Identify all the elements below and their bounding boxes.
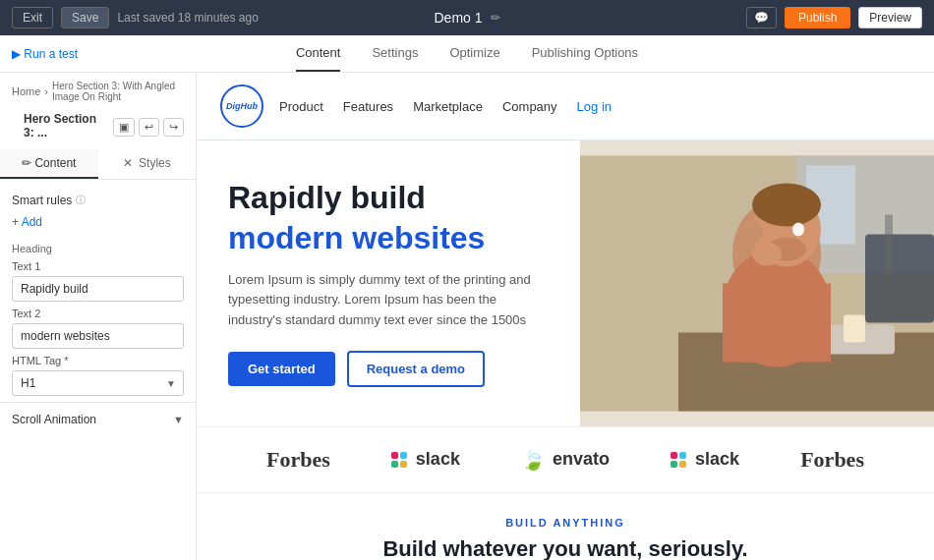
- main-tabs: Content Settings Optimize Publishing Opt…: [296, 35, 638, 72]
- redo-button[interactable]: ↪: [163, 118, 184, 137]
- tab-content[interactable]: Content: [296, 35, 341, 72]
- tab-optimize[interactable]: Optimize: [449, 35, 499, 72]
- hero-section: Rapidly build modern websites Lorem Ipsu…: [197, 140, 934, 426]
- left-panel: Home › Hero Section 3: With Angled Image…: [0, 73, 197, 560]
- comment-button[interactable]: 💬: [746, 7, 777, 28]
- nav-marketplace[interactable]: Marketplace: [413, 99, 483, 114]
- svg-point-11: [752, 183, 821, 226]
- site-nav: DigHub Product Features Marketplace Comp…: [197, 73, 934, 140]
- hero-left: Rapidly build modern websites Lorem Ipsu…: [197, 140, 580, 426]
- slack-grid-icon-2: [671, 452, 686, 468]
- breadcrumb-section: Hero Section 3: With Angled Image On Rig…: [52, 81, 184, 102]
- text1-label: Text 1: [12, 260, 184, 272]
- html-tag-select[interactable]: H1H2H3: [12, 370, 184, 396]
- text1-input[interactable]: [12, 276, 184, 302]
- logos-section: Forbes slack 🍃envato: [197, 426, 934, 492]
- html-tag-select-wrap: H1H2H3 ▼: [12, 370, 184, 396]
- svg-rect-18: [844, 314, 865, 342]
- request-demo-button[interactable]: Request a demo: [347, 351, 485, 387]
- logo-envato: 🍃envato: [521, 448, 610, 472]
- tab-styles-panel[interactable]: ✕ Styles: [98, 149, 197, 179]
- svg-rect-17: [885, 214, 893, 273]
- second-bar: ▶ Run a test Content Settings Optimize P…: [0, 35, 934, 73]
- top-bar-left: Exit Save Last saved 18 minutes ago: [12, 7, 259, 28]
- build-section: BUILD ANYTHING Build whatever you want, …: [197, 492, 934, 560]
- nav-login[interactable]: Log in: [577, 99, 612, 114]
- svg-rect-16: [728, 303, 767, 362]
- section-title: Hero Section 3: ...: [12, 108, 113, 145]
- preview-button[interactable]: Preview: [858, 7, 922, 28]
- text2-input[interactable]: [12, 323, 184, 349]
- scroll-anim-label: Scroll Animation: [12, 413, 96, 426]
- nav-features[interactable]: Features: [343, 99, 393, 114]
- text2-label: Text 2: [12, 308, 184, 319]
- site-logo: DigHub: [220, 84, 263, 128]
- build-tag: BUILD ANYTHING: [236, 517, 895, 529]
- publish-button[interactable]: Publish: [785, 7, 850, 28]
- saved-text: Last saved 18 minutes ago: [117, 11, 258, 25]
- right-content: DigHub Product Features Marketplace Comp…: [197, 73, 934, 560]
- svg-rect-6: [865, 234, 934, 322]
- top-bar-center: Demo 1 ✏: [434, 10, 499, 26]
- logo-slack-2: slack: [671, 449, 739, 470]
- hero-buttons: Get started Request a demo: [228, 351, 549, 387]
- scroll-animation-section[interactable]: Scroll Animation ▼: [0, 402, 196, 436]
- smart-rules: Smart rules ⓘ: [0, 188, 196, 213]
- content-style-tabs: ✏ Content ✕ Styles: [0, 149, 196, 180]
- exit-button[interactable]: Exit: [12, 7, 53, 28]
- info-icon[interactable]: ⓘ: [76, 194, 86, 207]
- hero-heading-line2: modern websites: [228, 220, 549, 256]
- pencil-icon[interactable]: ✏: [491, 11, 500, 25]
- heading-label: Heading: [12, 243, 184, 254]
- run-test-area: ▶ Run a test: [12, 46, 78, 61]
- svg-point-15: [752, 242, 782, 265]
- heading-group: Heading Text 1 Text 2 HTML Tag * H1H2H3 …: [0, 237, 196, 402]
- logo-slack-1: slack: [391, 449, 460, 470]
- hero-image: [580, 140, 934, 426]
- save-button[interactable]: Save: [61, 7, 109, 28]
- build-title: Build whatever you want, seriously.: [236, 536, 895, 560]
- x-icon: ✕: [123, 156, 136, 170]
- hero-person-image: [580, 140, 934, 426]
- tab-settings[interactable]: Settings: [372, 35, 418, 72]
- run-test-button[interactable]: ▶ Run a test: [12, 47, 78, 61]
- add-button[interactable]: + Add: [0, 213, 196, 237]
- svg-point-13: [792, 222, 804, 236]
- top-bar-right: 💬 Publish Preview: [746, 7, 922, 28]
- undo-button[interactable]: ↩: [139, 118, 159, 137]
- tab-publishing[interactable]: Publishing Options: [532, 35, 638, 72]
- logo-forbes-2: Forbes: [800, 447, 864, 473]
- preview-area: DigHub Product Features Marketplace Comp…: [197, 73, 934, 560]
- hero-heading-line1: Rapidly build: [228, 180, 549, 216]
- nav-links: Product Features Marketplace Company Log…: [279, 99, 910, 114]
- chevron-down-icon: ▼: [173, 414, 184, 425]
- html-tag-label: HTML Tag *: [12, 355, 184, 366]
- svg-point-12: [747, 220, 763, 242]
- pencil-small-icon: ✏: [22, 156, 34, 170]
- hero-description: Lorem Ipsum is simply dummy text of the …: [228, 270, 549, 331]
- logo-forbes-1: Forbes: [266, 447, 330, 473]
- get-started-button[interactable]: Get started: [228, 352, 335, 386]
- breadcrumb-home[interactable]: Home: [12, 85, 40, 97]
- slack-grid-icon: [391, 452, 407, 468]
- demo-title: Demo 1: [434, 10, 482, 26]
- breadcrumb: Home › Hero Section 3: With Angled Image…: [0, 73, 196, 106]
- main-layout: Home › Hero Section 3: With Angled Image…: [0, 73, 934, 560]
- block-edit-button[interactable]: ▣: [113, 118, 135, 137]
- breadcrumb-sep: ›: [44, 85, 48, 97]
- tab-content-panel[interactable]: ✏ Content: [0, 149, 98, 179]
- nav-product[interactable]: Product: [279, 99, 323, 114]
- nav-company[interactable]: Company: [502, 99, 557, 114]
- top-bar: Exit Save Last saved 18 minutes ago Demo…: [0, 0, 934, 35]
